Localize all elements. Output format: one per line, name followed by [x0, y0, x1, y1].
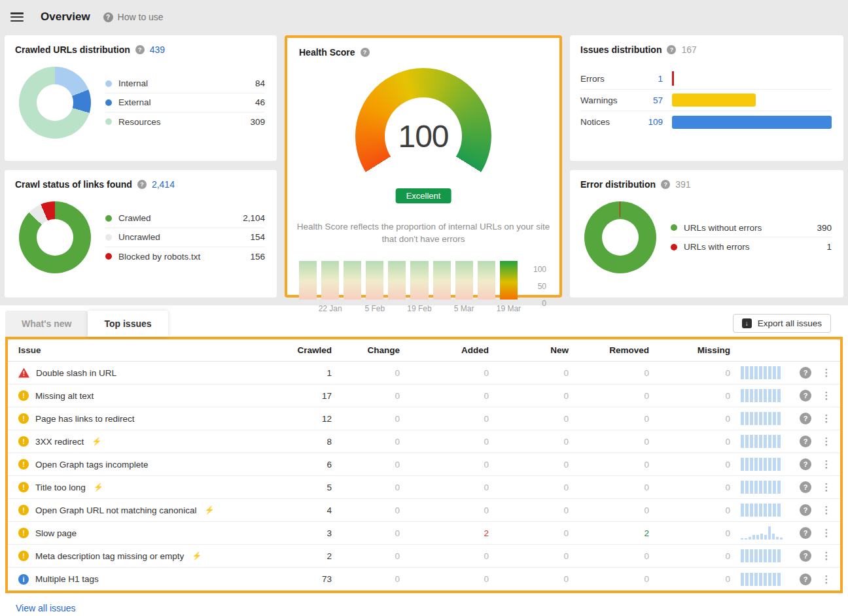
- fixable-bolt-icon: ⚡: [94, 483, 103, 492]
- fixable-bolt-icon: ⚡: [92, 437, 101, 446]
- legend-value: 156: [250, 252, 265, 262]
- cell-cn: 0: [489, 414, 569, 424]
- severity-count-link[interactable]: 57: [638, 95, 672, 105]
- trend-bar: [433, 261, 451, 299]
- legend-dot-icon: [105, 118, 112, 125]
- issue-severity-row: Errors1: [580, 68, 832, 90]
- severity-count-link[interactable]: 1: [638, 74, 672, 84]
- help-icon[interactable]: ?: [361, 48, 370, 57]
- issue-label: Missing alt text: [35, 391, 94, 401]
- trend-bar: 19 Feb: [410, 261, 428, 299]
- severity-label: Errors: [580, 74, 638, 84]
- cell-cm: 0: [649, 551, 730, 561]
- legend: Internal84External46Resources309: [105, 75, 265, 131]
- table-row[interactable]: !Slow page302020?⋮: [8, 522, 840, 545]
- row-help-icon[interactable]: ?: [800, 573, 811, 585]
- table-row[interactable]: !3XX redirect⚡800000?⋮: [8, 430, 840, 453]
- col-issue: Issue: [18, 345, 275, 355]
- help-icon[interactable]: ?: [661, 180, 670, 189]
- row-menu-icon[interactable]: ⋮: [818, 436, 835, 447]
- help-icon[interactable]: ?: [135, 45, 145, 54]
- legend-item: URLs with errors1: [671, 237, 832, 256]
- cell-cm: 0: [649, 437, 730, 447]
- menu-icon[interactable]: [10, 12, 24, 22]
- fixable-bolt-icon: ⚡: [204, 505, 214, 515]
- legend-value: 154: [250, 232, 265, 242]
- col-crawled: Crawled: [275, 345, 332, 355]
- history-sparkline: [741, 366, 793, 379]
- row-help-icon[interactable]: ?: [800, 413, 811, 424]
- trend-date-label: 5 Mar: [454, 304, 474, 313]
- legend-dot-icon: [105, 99, 112, 106]
- card-total: 391: [675, 179, 690, 190]
- help-icon[interactable]: ?: [667, 45, 676, 54]
- issues-section: What's new Top issues ↓ Export all issue…: [0, 305, 848, 616]
- health-score-description: Health Score reflects the proportion of …: [296, 221, 550, 245]
- severity-count-link[interactable]: 109: [638, 117, 672, 127]
- row-help-icon[interactable]: ?: [800, 527, 811, 539]
- history-sparkline: [741, 412, 793, 425]
- row-help-icon[interactable]: ?: [800, 550, 811, 562]
- table-row[interactable]: !Double slash in URL100000?⋮: [8, 362, 840, 385]
- cell-cr: 0: [569, 483, 649, 492]
- legend-label: Uncrawled: [118, 232, 250, 242]
- cell-ca: 0: [400, 551, 489, 561]
- row-help-icon[interactable]: ?: [800, 458, 811, 470]
- row-menu-icon[interactable]: ⋮: [818, 527, 835, 539]
- help-icon[interactable]: ?: [137, 180, 147, 189]
- legend-item: Internal84: [105, 75, 265, 94]
- tab-whats-new[interactable]: What's new: [5, 311, 88, 337]
- legend-value: 46: [255, 97, 265, 107]
- cell-cm: 0: [649, 505, 730, 515]
- table-row[interactable]: !Meta description tag missing or empty⚡2…: [8, 545, 840, 568]
- table-row[interactable]: !Open Graph URL not matching canonical⚡4…: [8, 499, 840, 522]
- row-menu-icon[interactable]: ⋮: [818, 573, 835, 585]
- table-row[interactable]: !Open Graph tags incomplete600000?⋮: [8, 453, 840, 476]
- cell-cm: 0: [649, 460, 730, 470]
- legend-value: 1: [826, 242, 832, 252]
- col-change: Change: [332, 345, 400, 355]
- view-all-issues-link[interactable]: View all issues: [16, 603, 76, 613]
- cell-cw: 73: [275, 574, 332, 584]
- card-total[interactable]: 439: [150, 44, 165, 55]
- cell-cc: 0: [332, 460, 400, 470]
- row-menu-icon[interactable]: ⋮: [818, 413, 835, 424]
- card-total[interactable]: 2,414: [152, 179, 175, 190]
- cell-cn: 0: [489, 368, 569, 378]
- cell-cn: 0: [489, 437, 569, 447]
- row-menu-icon[interactable]: ⋮: [818, 458, 835, 470]
- table-row[interactable]: !Title too long⚡500000?⋮: [8, 476, 840, 499]
- row-help-icon[interactable]: ?: [800, 436, 811, 447]
- legend-dot-icon: [105, 234, 112, 241]
- row-menu-icon[interactable]: ⋮: [818, 390, 835, 402]
- row-help-icon[interactable]: ?: [800, 390, 811, 402]
- issue-label: Open Graph tags incomplete: [35, 460, 149, 470]
- cell-ca: 0: [400, 483, 489, 492]
- row-menu-icon[interactable]: ⋮: [818, 550, 835, 562]
- page-title: Overview: [41, 10, 90, 24]
- card-title: Issues distribution: [580, 44, 662, 55]
- col-missing: Missing: [649, 345, 730, 355]
- how-to-use-link[interactable]: ? How to use: [103, 12, 164, 22]
- table-row[interactable]: iMultiple H1 tags7300000?⋮: [8, 568, 840, 590]
- row-menu-icon[interactable]: ⋮: [818, 504, 835, 516]
- card-crawl-status: Crawl status of links found ? 2,414 Craw…: [5, 170, 277, 298]
- export-all-issues-button[interactable]: ↓ Export all issues: [733, 314, 831, 333]
- cell-cm: 0: [649, 528, 730, 538]
- table-row[interactable]: !Page has links to redirect1200000?⋮: [8, 407, 840, 430]
- tab-top-issues[interactable]: Top issues: [88, 311, 168, 337]
- issues-bars: Errors1Warnings57Notices109: [580, 68, 832, 133]
- health-score-badge: Excellent: [396, 188, 451, 203]
- warning-icon: !: [18, 482, 29, 492]
- row-help-icon[interactable]: ?: [800, 481, 811, 493]
- table-row[interactable]: !Missing alt text1700000?⋮: [8, 385, 840, 407]
- row-help-icon[interactable]: ?: [800, 367, 811, 379]
- issue-cell: !Title too long⚡: [18, 482, 275, 492]
- row-help-icon[interactable]: ?: [800, 504, 811, 516]
- legend-dot-icon: [671, 224, 677, 231]
- trend-bar: [344, 261, 361, 299]
- row-menu-icon[interactable]: ⋮: [818, 481, 835, 493]
- cell-ca: 0: [400, 505, 489, 515]
- table-body: !Double slash in URL100000?⋮!Missing alt…: [8, 362, 840, 590]
- row-menu-icon[interactable]: ⋮: [818, 367, 835, 379]
